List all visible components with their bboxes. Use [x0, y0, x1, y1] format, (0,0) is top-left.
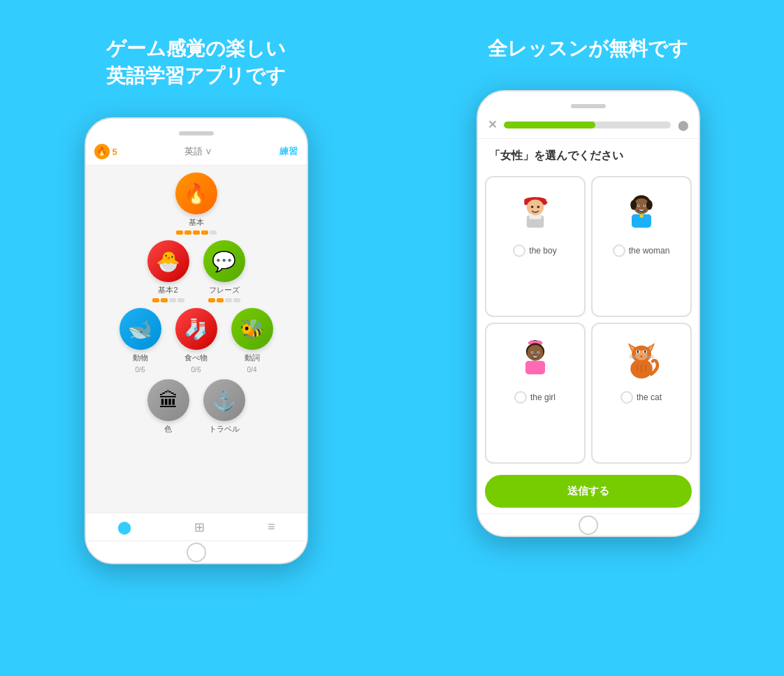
skill-row-3: 🐋 動物 0/6 🧦 食べ物 0/6 🐝 動詞 0/4	[119, 308, 273, 374]
right-panel-title: 全レッスンが無料です	[488, 35, 688, 62]
skill-label-animal: 動物	[133, 353, 148, 363]
right-title: 全レッスンが無料です	[488, 38, 688, 59]
nav-profile-icon[interactable]: ≡	[268, 520, 275, 534]
skill-icon-kihon: 🔥	[175, 172, 217, 214]
svg-point-10	[630, 200, 637, 210]
svg-point-17	[639, 214, 643, 218]
phone-home-button-right[interactable]	[579, 515, 598, 535]
svg-point-3	[526, 200, 544, 216]
skill-icon-verb: 🐝	[231, 308, 273, 350]
progress-fill	[504, 122, 595, 128]
practice-button[interactable]: 練習	[280, 145, 298, 158]
phone-speaker-right	[571, 104, 606, 108]
skill-progress-kihon	[176, 230, 217, 235]
skill-sublabel-food: 0/6	[191, 366, 201, 374]
svg-point-26	[531, 352, 532, 353]
skill-icon-kihon2: 🐣	[147, 240, 189, 282]
woman-label: the woman	[629, 246, 670, 256]
options-grid: the boy	[478, 170, 699, 469]
skill-kihon2[interactable]: 🐣 基本2	[147, 240, 189, 302]
skills-container: 🔥 基本 🐣 基本2	[86, 166, 307, 441]
left-phone-screen: 🔥 5 英語 ∨ 練習 🔥 基本	[86, 138, 307, 541]
skill-row-1: 🔥 基本	[175, 172, 217, 235]
skill-label-travel: トラベル	[209, 424, 240, 434]
nav-home-icon[interactable]: ⬤	[117, 520, 131, 535]
progress-end-icon: ⬤	[678, 119, 689, 131]
woman-radio[interactable]	[613, 244, 625, 257]
skill-food[interactable]: 🧦 食べ物 0/6	[175, 308, 217, 374]
cat-label-row: the cat	[620, 391, 662, 404]
skill-row-2: 🐣 基本2 💬 フレーズ	[147, 240, 245, 302]
skill-phrase[interactable]: 💬 フレーズ	[203, 240, 245, 302]
skill-verb[interactable]: 🐝 動詞 0/4	[231, 308, 273, 374]
bottom-nav-left: ⬤ ⊞ ≡	[86, 513, 307, 541]
girl-label-row: the girl	[514, 391, 556, 404]
svg-point-14	[637, 205, 639, 207]
skill-icon-animal: 🐋	[119, 308, 161, 350]
submit-button[interactable]: 送信する	[485, 475, 692, 508]
woman-illustration	[614, 184, 669, 240]
skill-label-color: 色	[164, 424, 172, 434]
option-cat[interactable]: the cat	[591, 323, 692, 464]
phone-top-bar-left	[86, 119, 307, 138]
svg-rect-28	[525, 361, 545, 374]
close-button[interactable]: ✕	[488, 118, 497, 131]
skill-label-kihon2: 基本2	[158, 285, 177, 295]
streak-badge: 🔥 5	[94, 144, 117, 159]
skill-label-phrase: フレーズ	[209, 285, 240, 295]
skill-progress-kihon2	[152, 298, 184, 302]
phone-home-button-left[interactable]	[187, 543, 206, 562]
skill-label-verb: 動詞	[245, 353, 260, 363]
left-title-line2: 英語学習アプリです	[106, 65, 286, 87]
left-panel-title: ゲーム感覚の楽しい 英語学習アプリです	[106, 35, 286, 89]
svg-point-15	[644, 205, 645, 207]
skill-progress-phrase	[208, 298, 240, 302]
cat-illustration	[614, 331, 669, 387]
skill-icon-food: 🧦	[175, 308, 217, 350]
skill-icon-travel: ⚓	[203, 379, 245, 421]
skill-icon-color: 🏛	[147, 379, 189, 421]
svg-rect-2	[542, 201, 547, 204]
nav-search-icon[interactable]: ⊞	[194, 520, 205, 535]
option-woman[interactable]: the woman	[591, 176, 692, 317]
skill-icon-phrase: 💬	[203, 240, 245, 282]
cat-radio[interactable]	[620, 391, 633, 404]
skill-color[interactable]: 🏛 色	[147, 379, 189, 434]
svg-point-5	[537, 206, 539, 209]
question-text: 「女性」を選んでください	[478, 139, 699, 170]
skill-row-4: 🏛 色 ⚓ トラベル	[147, 379, 245, 434]
skill-sublabel-verb: 0/4	[247, 366, 257, 374]
lang-selector[interactable]: 英語 ∨	[184, 145, 213, 158]
phone-top-bar-right	[478, 91, 699, 111]
svg-point-38	[637, 351, 639, 353]
cat-label: the cat	[637, 392, 662, 402]
right-phone-mockup: ✕ ⬤ 「女性」を選んでください	[477, 90, 700, 537]
skill-travel[interactable]: ⚓ トラベル	[203, 379, 245, 434]
skill-sublabel-animal: 0/6	[136, 366, 145, 374]
svg-point-39	[644, 351, 646, 353]
right-panel: 全レッスンが無料です ✕ ⬤ 「女性」を選んでください	[392, 0, 784, 676]
phone-speaker-left	[179, 131, 214, 135]
svg-point-11	[646, 200, 653, 210]
phone-bottom-bar-right	[478, 513, 699, 536]
boy-label: the boy	[529, 246, 556, 256]
boy-label-row: the boy	[513, 244, 556, 257]
girl-radio[interactable]	[514, 391, 527, 404]
right-screen-header: ✕ ⬤	[478, 111, 699, 139]
skill-animal[interactable]: 🐋 動物 0/6	[119, 308, 161, 374]
left-title-line1: ゲーム感覚の楽しい	[106, 38, 286, 59]
girl-illustration	[507, 331, 563, 387]
boy-radio[interactable]	[513, 244, 525, 257]
skill-kihon[interactable]: 🔥 基本	[175, 172, 217, 235]
right-phone-screen: ✕ ⬤ 「女性」を選んでください	[478, 111, 699, 513]
left-panel: ゲーム感覚の楽しい 英語学習アプリです 🔥 5 英語 ∨ 練習 🔥	[0, 0, 392, 676]
svg-point-4	[530, 206, 533, 209]
progress-track	[504, 122, 671, 128]
option-girl[interactable]: the girl	[485, 323, 586, 464]
option-boy[interactable]: the boy	[485, 176, 586, 317]
streak-icon: 🔥	[94, 144, 110, 159]
woman-label-row: the woman	[613, 244, 670, 257]
phone-bottom-bar-left	[86, 541, 307, 563]
girl-label: the girl	[530, 392, 556, 402]
svg-point-27	[537, 352, 539, 353]
